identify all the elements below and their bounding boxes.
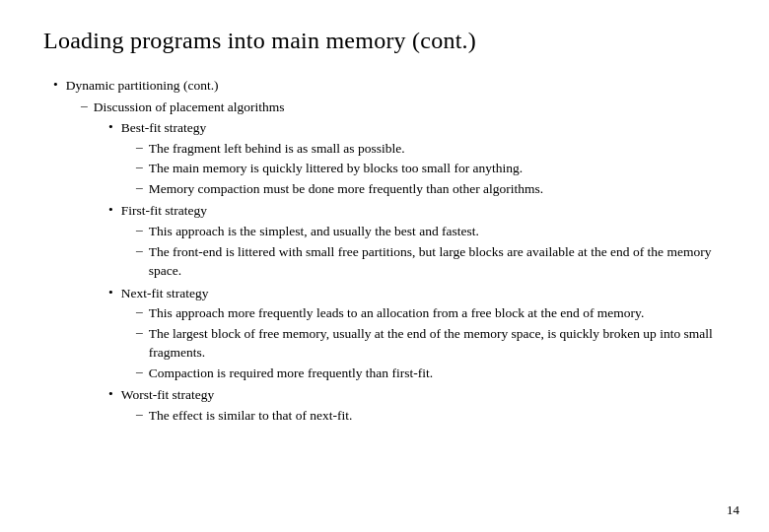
bullet3-icon: • <box>108 285 113 300</box>
bullet3-icon: • <box>108 202 113 218</box>
next-fit-text-1: The largest block of free memory, usuall… <box>149 324 726 363</box>
dash-icon: – <box>136 179 143 195</box>
dash-icon: – <box>136 324 143 340</box>
bullet3-icon: • <box>108 386 113 402</box>
slide-title: Loading programs into main memory (cont.… <box>43 28 726 54</box>
next-fit-item-2: – Compaction is required more frequently… <box>136 364 726 383</box>
best-fit-item-0: – The fragment left behind is as small a… <box>136 139 726 159</box>
dash-icon: – <box>136 303 143 319</box>
first-fit-label: First-fit strategy <box>121 201 207 221</box>
level1-item: • Dynamic partitioning (cont.) <box>53 76 726 96</box>
best-fit-items: – The fragment left behind is as small a… <box>108 139 726 199</box>
best-fit-item-2: – Memory compaction must be done more fr… <box>136 179 726 199</box>
worst-fit-items: – The effect is similar to that of next-… <box>108 406 726 426</box>
best-fit-text-2: Memory compaction must be done more freq… <box>149 179 543 199</box>
first-fit-header: • First-fit strategy <box>108 201 726 221</box>
worst-fit-label: Worst-fit strategy <box>121 385 215 405</box>
next-fit-label: Next-fit strategy <box>121 284 209 303</box>
dash-icon: – <box>81 98 88 113</box>
first-fit-item-0: – This approach is the simplest, and usu… <box>136 222 726 241</box>
level2-item: – Discussion of placement algorithms <box>81 98 726 117</box>
dash-icon: – <box>136 242 143 258</box>
page-number: 14 <box>727 502 739 518</box>
next-fit-text-2: Compaction is required more frequently t… <box>149 364 433 383</box>
level2-label: Discussion of placement algorithms <box>94 98 285 117</box>
best-fit-item-1: – The main memory is quickly littered by… <box>136 159 726 178</box>
first-fit-item-1: – The front-end is littered with small f… <box>136 242 726 281</box>
slide: Loading programs into main memory (cont.… <box>0 0 769 532</box>
content-area: • Dynamic partitioning (cont.) – Discuss… <box>43 76 726 426</box>
first-fit-text-0: This approach is the simplest, and usual… <box>149 222 479 241</box>
first-fit-items: – This approach is the simplest, and usu… <box>108 222 726 281</box>
best-fit-text-1: The main memory is quickly littered by b… <box>149 159 523 178</box>
first-fit-text-1: The front-end is littered with small fre… <box>149 242 726 281</box>
next-fit-header: • Next-fit strategy <box>108 284 726 303</box>
dash-icon: – <box>136 139 143 155</box>
best-fit-header: • Best-fit strategy <box>108 118 726 138</box>
level1-label: Dynamic partitioning (cont.) <box>66 76 219 96</box>
dash-icon: – <box>136 406 143 422</box>
level3-area: • Best-fit strategy – The fragment left … <box>81 118 726 425</box>
level2-area: – Discussion of placement algorithms • B… <box>53 98 726 426</box>
bullet3-icon: • <box>108 119 113 135</box>
dash-icon: – <box>136 364 143 379</box>
worst-fit-item-0: – The effect is similar to that of next-… <box>136 406 726 426</box>
next-fit-item-0: – This approach more frequently leads to… <box>136 303 726 323</box>
best-fit-text-0: The fragment left behind is as small as … <box>149 139 405 159</box>
next-fit-items: – This approach more frequently leads to… <box>108 303 726 382</box>
next-fit-item-1: – The largest block of free memory, usua… <box>136 324 726 363</box>
bullet-icon: • <box>53 77 58 93</box>
worst-fit-text-0: The effect is similar to that of next-fi… <box>149 406 353 426</box>
dash-icon: – <box>136 222 143 237</box>
worst-fit-header: • Worst-fit strategy <box>108 385 726 405</box>
next-fit-text-0: This approach more frequently leads to a… <box>149 303 645 323</box>
best-fit-label: Best-fit strategy <box>121 118 207 138</box>
dash-icon: – <box>136 159 143 174</box>
